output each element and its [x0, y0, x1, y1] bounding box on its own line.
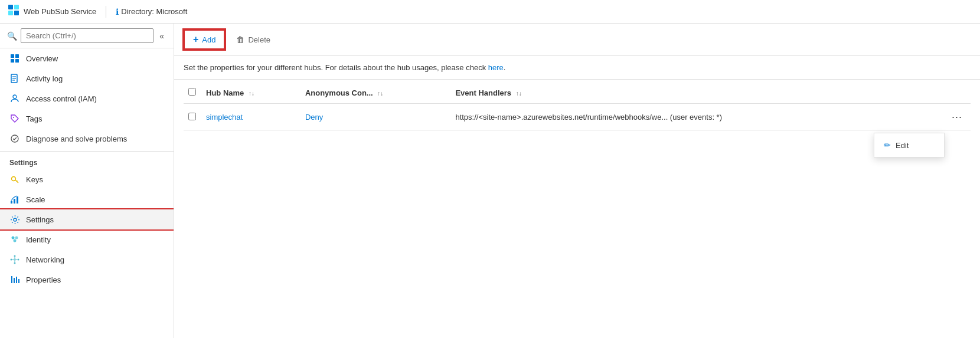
description-main: Set the properties for your different hu…	[184, 63, 486, 72]
svg-point-25	[14, 262, 16, 264]
add-button[interactable]: + Add	[184, 29, 225, 50]
sidebar-item-settings[interactable]: Settings	[0, 209, 174, 229]
svg-point-23	[14, 258, 16, 261]
plus-icon: +	[193, 34, 198, 45]
delete-label: Delete	[248, 35, 270, 44]
select-all-checkbox[interactable]	[188, 88, 196, 96]
sidebar-item-networking[interactable]: Networking	[0, 250, 174, 270]
search-input[interactable]	[21, 28, 153, 43]
svg-rect-7	[15, 59, 19, 63]
settings-icon	[9, 214, 20, 225]
sidebar-item-label: Networking	[26, 255, 64, 264]
pubsub-icon	[7, 4, 20, 19]
svg-point-26	[11, 259, 12, 261]
anon-con-header: Anonymous Con... ↑↓	[300, 82, 451, 104]
top-bar: Web PubSub Service ℹ Directory: Microsof…	[0, 0, 980, 24]
scale-icon	[9, 194, 20, 205]
svg-rect-4	[11, 54, 14, 58]
sidebar-item-keys[interactable]: Keys	[0, 169, 174, 189]
svg-rect-34	[16, 277, 17, 283]
svg-rect-17	[14, 199, 15, 204]
sidebar-item-label: Tags	[26, 114, 42, 123]
service-name: Web PubSub Service	[7, 4, 96, 19]
hub-name-header: Hub Name ↑↓	[201, 82, 300, 104]
select-all-col	[184, 82, 201, 104]
svg-point-13	[13, 117, 14, 118]
add-label: Add	[202, 35, 215, 44]
delete-icon: 🗑	[236, 35, 244, 44]
sidebar: 🔍 « Overview	[0, 24, 174, 338]
sort-icon-hub-name[interactable]: ↑↓	[249, 90, 254, 97]
svg-point-14	[11, 135, 18, 142]
search-icon: 🔍	[7, 31, 17, 41]
toolbar: + Add 🗑 Delete	[174, 24, 980, 56]
sidebar-item-diagnose[interactable]: Diagnose and solve problems	[0, 129, 174, 149]
row-more-button[interactable]: ···	[948, 110, 966, 124]
properties-icon	[9, 274, 20, 285]
sidebar-item-tags[interactable]: Tags	[0, 109, 174, 129]
sidebar-item-label: Properties	[26, 275, 61, 284]
content-area: + Add 🗑 Delete Set the properties for yo…	[174, 24, 980, 338]
delete-button[interactable]: 🗑 Delete	[227, 31, 279, 48]
edit-icon: ✏	[884, 140, 891, 150]
context-menu-edit[interactable]: ✏ Edit	[874, 136, 944, 155]
svg-point-15	[12, 177, 16, 181]
sidebar-item-identity[interactable]: Identity	[0, 229, 174, 250]
settings-section-label: Settings	[0, 151, 174, 169]
collapse-button[interactable]: «	[157, 30, 166, 42]
svg-point-21	[15, 237, 18, 239]
keys-icon	[9, 174, 20, 185]
event-handlers-cell: https://<site-name>.azurewebsites.net/ru…	[450, 104, 924, 131]
svg-rect-1	[14, 5, 19, 9]
context-menu: ✏ Edit	[874, 133, 945, 157]
anon-con-cell: Deny	[300, 104, 451, 131]
sidebar-item-label: Activity log	[26, 74, 63, 83]
service-label: Web PubSub Service	[24, 7, 96, 16]
hub-name-link[interactable]: simplechat	[206, 113, 243, 122]
row-actions-cell: ···	[924, 104, 971, 131]
here-link[interactable]: here	[488, 63, 504, 72]
tags-icon	[9, 113, 20, 124]
svg-rect-6	[11, 59, 14, 63]
sort-icon-anon-con[interactable]: ↑↓	[377, 90, 383, 97]
svg-rect-3	[14, 11, 19, 15]
directory-label: Directory: Microsoft	[121, 7, 187, 16]
svg-rect-5	[15, 54, 19, 58]
edit-label: Edit	[896, 141, 909, 150]
networking-icon	[9, 254, 20, 265]
sidebar-item-label: Settings	[26, 215, 54, 224]
activity-log-icon	[9, 73, 20, 84]
actions-col-header	[924, 82, 971, 104]
sidebar-item-access-control[interactable]: Access control (IAM)	[0, 88, 174, 109]
sidebar-item-label: Overview	[26, 54, 58, 63]
info-icon: ℹ	[116, 7, 119, 17]
svg-rect-2	[8, 11, 13, 15]
event-handlers-value: https://<site-name>.azurewebsites.net/ru…	[455, 113, 722, 122]
svg-rect-35	[18, 279, 19, 283]
sidebar-item-properties[interactable]: Properties	[0, 270, 174, 290]
sort-icon-event-handlers[interactable]: ↑↓	[516, 90, 522, 97]
sidebar-item-label: Identity	[26, 235, 51, 244]
sidebar-search-container: 🔍 «	[0, 24, 174, 48]
svg-rect-32	[11, 276, 12, 283]
row-checkbox-cell	[184, 104, 201, 131]
svg-point-27	[18, 259, 19, 261]
diagnose-icon	[9, 133, 20, 144]
identity-icon	[9, 234, 20, 245]
svg-point-12	[13, 95, 17, 99]
sidebar-item-overview[interactable]: Overview	[0, 48, 174, 68]
sidebar-item-activity-log[interactable]: Activity log	[0, 68, 174, 88]
table-container: Hub Name ↑↓ Anonymous Con... ↑↓ Event Ha…	[174, 82, 980, 131]
sidebar-item-label: Keys	[26, 175, 43, 184]
row-checkbox[interactable]	[188, 113, 196, 120]
hub-name-cell: simplechat	[201, 104, 300, 131]
svg-point-20	[12, 237, 15, 239]
svg-rect-33	[14, 278, 15, 283]
svg-point-22	[14, 239, 17, 242]
access-control-icon	[9, 93, 20, 104]
svg-rect-16	[11, 201, 12, 204]
svg-point-19	[14, 218, 17, 221]
directory-info: ℹ Directory: Microsoft	[116, 7, 187, 17]
sidebar-item-scale[interactable]: Scale	[0, 189, 174, 209]
hubs-table: Hub Name ↑↓ Anonymous Con... ↑↓ Event Ha…	[184, 82, 971, 131]
